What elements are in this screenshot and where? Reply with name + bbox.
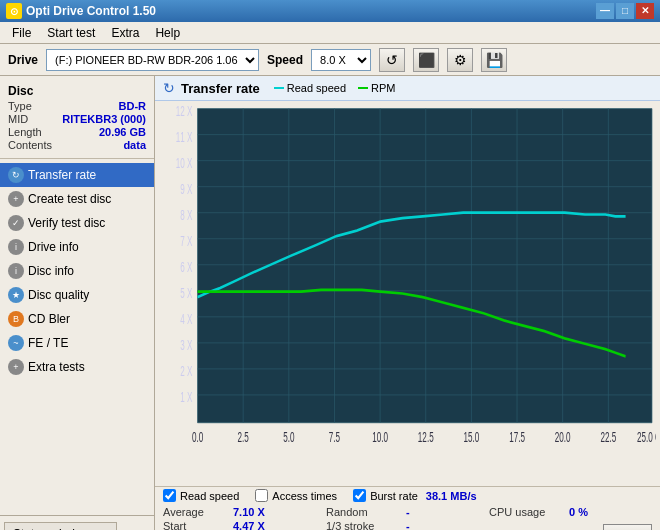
app-icon: ⊙ <box>6 3 22 19</box>
read-speed-checkbox[interactable] <box>163 489 176 502</box>
window-title: Opti Drive Control 1.50 <box>26 4 596 18</box>
disc-quality-icon: ★ <box>8 287 24 303</box>
minimize-button[interactable]: — <box>596 3 614 19</box>
speed-select[interactable]: 8.0 X <box>311 49 371 71</box>
nav-disc-info[interactable]: i Disc info <box>0 259 154 283</box>
checkbox-row: Read speed Access times Burst rate 38.1 … <box>163 489 652 502</box>
stat-start-key: Start <box>163 520 233 530</box>
legend-read-speed: Read speed <box>274 82 346 94</box>
stat-average-row: Average 7.10 X <box>163 506 326 518</box>
disc-info-icon: i <box>8 263 24 279</box>
menu-file[interactable]: File <box>4 24 39 42</box>
nav-cd-bler[interactable]: B CD Bler <box>0 307 154 331</box>
svg-text:22.5: 22.5 <box>600 429 616 445</box>
nav-cd-bler-label: CD Bler <box>28 312 70 326</box>
nav-transfer-rate[interactable]: ↻ Transfer rate <box>0 163 154 187</box>
svg-text:10.0: 10.0 <box>372 429 388 445</box>
checkbox-access-times: Access times <box>255 489 337 502</box>
disc-contents-val: data <box>123 139 146 151</box>
chart-title: Transfer rate <box>181 81 260 96</box>
stat-start-btn-row: Start <box>489 520 652 530</box>
access-times-checkbox-label: Access times <box>272 490 337 502</box>
stat-average-val: 7.10 X <box>233 506 293 518</box>
disc-contents-row: Contents data <box>8 139 146 151</box>
checkbox-read-speed: Read speed <box>163 489 239 502</box>
drive-label: Drive <box>8 53 38 67</box>
svg-text:6 X: 6 X <box>180 258 192 274</box>
nav-extra-tests-label: Extra tests <box>28 360 85 374</box>
burst-rate-checkbox-label: Burst rate <box>370 490 418 502</box>
stat-cpu-row: CPU usage 0 % <box>489 506 652 518</box>
stat-stroke13-key: 1/3 stroke <box>326 520 406 530</box>
speed-label: Speed <box>267 53 303 67</box>
legend-read-speed-dot <box>274 87 284 89</box>
disc-type-val: BD-R <box>119 100 147 112</box>
legend-rpm-label: RPM <box>371 82 395 94</box>
maximize-button[interactable]: □ <box>616 3 634 19</box>
disc-mid-row: MID RITEKBR3 (000) <box>8 113 146 125</box>
status-section: Status window >> <box>0 515 154 530</box>
sidebar: Disc Type BD-R MID RITEKBR3 (000) Length… <box>0 76 155 530</box>
nav-extra-tests[interactable]: + Extra tests <box>0 355 154 379</box>
disc-section: Disc Type BD-R MID RITEKBR3 (000) Length… <box>0 80 154 159</box>
stat-stroke13-row: 1/3 stroke - <box>326 520 489 530</box>
access-times-checkbox[interactable] <box>255 489 268 502</box>
nav-fe-te-label: FE / TE <box>28 336 68 350</box>
chart-icon: ↻ <box>163 80 175 96</box>
cd-bler-icon: B <box>8 311 24 327</box>
disc-length-key: Length <box>8 126 42 138</box>
transfer-rate-icon: ↻ <box>8 167 24 183</box>
disc-length-val: 20.96 GB <box>99 126 146 138</box>
nav-disc-quality[interactable]: ★ Disc quality <box>0 283 154 307</box>
svg-text:20.0: 20.0 <box>555 429 571 445</box>
stat-random-row: Random - <box>326 506 489 518</box>
chart-header: ↻ Transfer rate Read speed RPM <box>155 76 660 101</box>
menu-help[interactable]: Help <box>147 24 188 42</box>
save-button[interactable]: 💾 <box>481 48 507 72</box>
nav-drive-info[interactable]: i Drive info <box>0 235 154 259</box>
svg-text:3 X: 3 X <box>180 337 192 353</box>
nav-verify-test-disc[interactable]: ✓ Verify test disc <box>0 211 154 235</box>
close-button[interactable]: ✕ <box>636 3 654 19</box>
stats-area: Read speed Access times Burst rate 38.1 … <box>155 486 660 530</box>
stat-random-key: Random <box>326 506 406 518</box>
drive-info-icon: i <box>8 239 24 255</box>
stat-random-val: - <box>406 506 456 518</box>
svg-text:15.0: 15.0 <box>464 429 480 445</box>
drive-select[interactable]: (F:) PIONEER BD-RW BDR-206 1.06 <box>46 49 259 71</box>
svg-text:8 X: 8 X <box>180 206 192 222</box>
chart-legend: Read speed RPM <box>274 82 396 94</box>
stat-start-val: 4.47 X <box>233 520 293 530</box>
menu-start-test[interactable]: Start test <box>39 24 103 42</box>
titlebar: ⊙ Opti Drive Control 1.50 — □ ✕ <box>0 0 660 22</box>
burst-rate-checkbox[interactable] <box>353 489 366 502</box>
svg-text:11 X: 11 X <box>176 128 193 144</box>
disc-type-key: Type <box>8 100 32 112</box>
settings-button[interactable]: ⚙ <box>447 48 473 72</box>
nav-create-test-disc[interactable]: + Create test disc <box>0 187 154 211</box>
stop-button[interactable]: ⬛ <box>413 48 439 72</box>
menu-extra[interactable]: Extra <box>103 24 147 42</box>
nav-disc-quality-label: Disc quality <box>28 288 89 302</box>
start-button[interactable]: Start <box>603 524 652 530</box>
verify-test-disc-icon: ✓ <box>8 215 24 231</box>
refresh-button[interactable]: ↺ <box>379 48 405 72</box>
drivebar: Drive (F:) PIONEER BD-RW BDR-206 1.06 Sp… <box>0 44 660 76</box>
burst-rate-value: 38.1 MB/s <box>426 490 477 502</box>
stat-cpu-key: CPU usage <box>489 506 569 518</box>
svg-text:7.5: 7.5 <box>329 429 340 445</box>
svg-text:12.5: 12.5 <box>418 429 434 445</box>
stat-col-3: CPU usage 0 % Start <box>489 506 652 530</box>
checkbox-burst-rate: Burst rate 38.1 MB/s <box>353 489 476 502</box>
transfer-rate-chart: 12 X 11 X 10 X 9 X 8 X 7 X 6 X 5 X 4 X 3… <box>159 105 656 482</box>
svg-text:5.0: 5.0 <box>283 429 295 445</box>
nav-create-test-disc-label: Create test disc <box>28 192 111 206</box>
svg-text:25.0 GB: 25.0 GB <box>637 429 656 445</box>
nav-fe-te[interactable]: ~ FE / TE <box>0 331 154 355</box>
svg-text:17.5: 17.5 <box>509 429 525 445</box>
stat-start-row: Start 4.47 X <box>163 520 326 530</box>
status-window-button[interactable]: Status window >> <box>4 522 117 530</box>
stat-cpu-val: 0 % <box>569 506 588 518</box>
window-controls: — □ ✕ <box>596 3 654 19</box>
chart-container: 12 X 11 X 10 X 9 X 8 X 7 X 6 X 5 X 4 X 3… <box>155 101 660 486</box>
